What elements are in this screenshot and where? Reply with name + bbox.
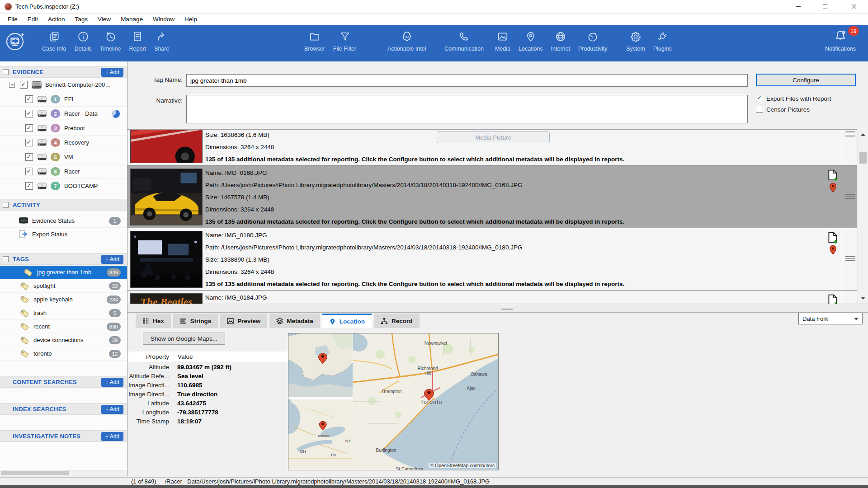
collapse-icon[interactable] <box>9 82 15 88</box>
evidence-item-racer[interactable]: 6Racer <box>0 164 127 179</box>
tag-item-trash[interactable]: trash5 <box>0 306 127 320</box>
tab-metadata[interactable]: Metadata <box>269 314 320 328</box>
evidence-add-button[interactable]: + Add <box>101 68 123 77</box>
investigative-notes-add-button[interactable]: + Add <box>101 432 123 441</box>
minimize-button[interactable] <box>788 0 808 14</box>
checkbox-checked[interactable] <box>25 139 33 146</box>
content-searches-add-button[interactable]: + Add <box>101 378 123 387</box>
checkbox-checked[interactable] <box>25 124 33 132</box>
toolbar-file-filter[interactable]: File Filter <box>329 25 360 52</box>
menu-file[interactable]: File <box>3 16 23 23</box>
toolbar-case-info[interactable]: Case Info <box>38 25 71 52</box>
tags-add-button[interactable]: + Add <box>101 255 123 264</box>
checkbox-checked[interactable] <box>25 168 33 175</box>
app-logo-icon[interactable] <box>5 31 26 52</box>
scroll-down-arrow[interactable] <box>861 297 865 300</box>
evidence-root-item[interactable]: Bennett-Computer-20052... <box>0 78 127 92</box>
geolocation-pin-icon[interactable] <box>829 244 837 257</box>
geolocation-pin-icon[interactable] <box>829 129 837 132</box>
toolbar-communication[interactable]: Communication <box>440 25 488 52</box>
tag-item-spotlight[interactable]: spotlight33 <box>0 279 127 293</box>
row-drag-handle-icon[interactable] <box>845 194 855 199</box>
toronto-map[interactable] <box>353 333 499 470</box>
panel-splitter[interactable] <box>127 304 868 313</box>
maximize-button[interactable] <box>815 0 835 14</box>
activity-item-evidence-status[interactable]: Evidence Status1 <box>0 214 127 228</box>
tab-record[interactable]: Record <box>374 314 420 328</box>
toolbar-productivity[interactable]: Productivity <box>574 25 612 52</box>
region-map-tile[interactable] <box>288 399 353 470</box>
evidence-item-vm[interactable]: 5VM <box>0 150 127 164</box>
toolbar-details[interactable]: Details <box>71 25 96 52</box>
file-row-img-0180-jpg[interactable]: Name: IMG_0180.JPGPath: /Users/josh/Pict… <box>127 228 857 291</box>
file-row-img-0184-jpg[interactable]: The BeatlesName: IMG_0184.JPGPath: /User… <box>127 291 857 304</box>
collapse-icon[interactable] <box>3 256 9 262</box>
media-picture-button[interactable]: Media Picture <box>437 131 550 143</box>
checkbox-checked[interactable] <box>25 153 33 161</box>
toolbar-system[interactable]: System <box>622 25 649 52</box>
toolbar-locations[interactable]: Locations <box>514 25 547 52</box>
file-row[interactable]: Size: 1638636 (1.6 MB)Dimensions: 3264 x… <box>127 129 857 166</box>
sidebar-hscrollbar[interactable] <box>0 470 127 476</box>
menu-window[interactable]: Window <box>148 16 179 23</box>
tag-name-input[interactable] <box>186 74 748 87</box>
narrative-textarea[interactable] <box>186 95 748 123</box>
notifications-button[interactable]: Notifications 19 <box>816 25 865 61</box>
tag-item-recent[interactable]: recent830 <box>0 320 127 333</box>
checkbox-checked[interactable] <box>25 110 33 117</box>
evidence-item-efi[interactable]: 1EFI <box>0 92 127 107</box>
evidence-item-label: EFI <box>64 96 73 103</box>
menu-action[interactable]: Action <box>43 16 70 23</box>
menu-manage[interactable]: Manage <box>116 16 148 23</box>
toolbar-plugins[interactable]: Plugins <box>649 25 676 52</box>
tag-item-apple-keychain[interactable]: apple keychain284 <box>0 293 127 306</box>
index-searches-add-button[interactable]: + Add <box>101 405 123 414</box>
checkbox-export-files-with-report[interactable]: Export Files with Report <box>756 95 831 102</box>
configure-button[interactable]: Configure <box>756 74 856 86</box>
scroll-up-arrow[interactable] <box>861 133 865 136</box>
tab-hex[interactable]: Hex <box>136 314 171 328</box>
checkbox-censor-pictures[interactable]: Censor Pictures <box>756 106 810 113</box>
toolbar-media[interactable]: Media <box>491 25 514 52</box>
scroll-thumb[interactable] <box>859 152 867 164</box>
collapse-icon[interactable] <box>3 69 9 75</box>
menu-tags[interactable]: Tags <box>70 16 93 23</box>
row-drag-handle-icon[interactable] <box>845 131 855 136</box>
file-row-img-0168-jpg[interactable]: Name: IMG_0168.JPGPath: /Users/josh/Pict… <box>127 166 857 228</box>
add-file-icon[interactable] <box>827 294 838 304</box>
evidence-item-recovery[interactable]: 4Recovery <box>0 136 127 150</box>
toolbar-report[interactable]: Report <box>125 25 151 52</box>
toolbar-share[interactable]: Share <box>150 25 173 52</box>
menu-help[interactable]: Help <box>179 16 202 23</box>
tab-location[interactable]: Location <box>322 314 372 328</box>
checkbox-checked[interactable] <box>25 95 33 103</box>
tag-item-device-connections[interactable]: device connections39 <box>0 333 127 347</box>
collapse-icon[interactable] <box>3 202 9 208</box>
toolbar-timeline[interactable]: Timeline <box>96 25 125 52</box>
toolbar-actionable-intel[interactable]: AIActionable Intel <box>383 25 430 52</box>
tab-strings[interactable]: Strings <box>173 314 218 328</box>
menu-edit[interactable]: Edit <box>23 16 43 23</box>
splitter-grip-icon[interactable] <box>501 307 513 310</box>
evidence-item-racer-data[interactable]: 2Racer - Data <box>0 107 127 121</box>
activity-item-export-status[interactable]: Export Status <box>0 228 127 241</box>
checkbox-checked[interactable] <box>20 81 28 89</box>
location-map[interactable]: NewmarketRichmond HillOshawaAjaxBrampton… <box>288 333 499 470</box>
toolbar-browser[interactable]: Browser <box>300 25 329 52</box>
menu-view[interactable]: View <box>93 16 116 23</box>
checkbox-checked[interactable] <box>25 182 33 190</box>
toolbar-internet[interactable]: Internet <box>547 25 574 52</box>
row-drag-handle-icon[interactable] <box>845 256 855 261</box>
show-on-google-maps-button[interactable]: Show on Google Maps... <box>143 333 225 345</box>
tag-item-toronto[interactable]: toronto12 <box>0 347 127 361</box>
file-list-scrollbar[interactable] <box>858 129 868 304</box>
overview-map-tile[interactable] <box>288 333 353 397</box>
fork-select[interactable]: Data Fork <box>798 313 863 324</box>
evidence-item-bootcamp[interactable]: 7BOOTCAMP <box>0 179 127 193</box>
tab-preview[interactable]: Preview <box>220 314 267 328</box>
close-button[interactable] <box>844 0 864 14</box>
geolocation-pin-icon[interactable] <box>829 182 837 194</box>
tag-item-jpg-greater-than-1mb[interactable]: jpg greater than 1mb849 <box>0 266 127 279</box>
sidebar-hscroll-thumb[interactable] <box>1 471 69 475</box>
evidence-item-preboot[interactable]: 3Preboot <box>0 121 127 136</box>
